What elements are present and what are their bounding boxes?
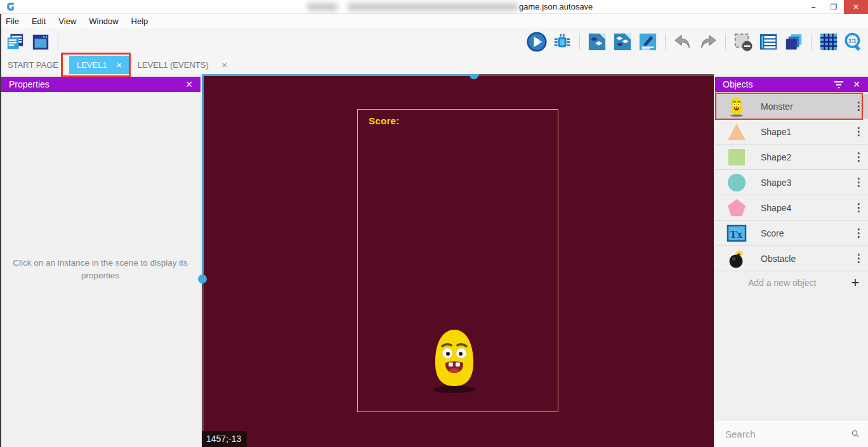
circle-icon [727, 172, 747, 193]
triangle-icon [727, 122, 747, 142]
pentagon-icon [727, 198, 747, 218]
objects-panel: Objects ✕ [714, 74, 868, 447]
preview-window-icon[interactable] [30, 32, 51, 52]
window-resize-handle-left[interactable] [198, 275, 207, 283]
properties-close-icon[interactable]: ✕ [185, 79, 193, 89]
object-label: Obstacle [761, 254, 849, 264]
tab-level1[interactable]: LEVEL1 ✕ [69, 56, 130, 74]
zoom-1-1-icon[interactable]: 1:1 [844, 32, 864, 52]
objects-list: Monster ⋮ Shape1 ⋮ Shape2 ⋮ [715, 94, 868, 294]
menu-edit[interactable]: Edit [25, 14, 52, 28]
tab-start-page[interactable]: START PAGE [0, 56, 66, 74]
project-manager-icon[interactable] [5, 32, 25, 52]
objects-panel-title: Objects [723, 79, 834, 89]
grid-icon[interactable] [819, 32, 839, 52]
cursor-coordinates: 1457;-13 [202, 431, 247, 447]
plus-icon: + [843, 275, 868, 291]
tab-bar: START PAGE LEVEL1 ✕ LEVEL1 (EVENTS) ✕ [0, 56, 868, 74]
tab-level1-events-close-icon[interactable]: ✕ [216, 56, 233, 74]
tab-level1-events[interactable]: LEVEL1 (EVENTS) [130, 56, 216, 74]
object-label: Monster [761, 101, 849, 112]
menu-view[interactable]: View [52, 14, 82, 28]
filter-icon[interactable] [834, 80, 844, 89]
scene-edge-top [479, 74, 714, 76]
tab-level1-close-icon[interactable]: ✕ [116, 61, 122, 70]
redacted-title-segment [307, 3, 338, 11]
restore-button[interactable]: ❐ [824, 0, 844, 14]
properties-panel-title: Properties [9, 79, 185, 89]
score-text-instance[interactable]: Score: [369, 115, 400, 126]
gdevelop-window: game.json.autosave – ❐ ✕ File Edit View … [0, 0, 868, 447]
layers-icon[interactable] [784, 32, 804, 52]
add-instances-icon[interactable] [612, 32, 633, 52]
object-row-shape2[interactable]: Shape2 ⋮ [715, 145, 868, 170]
objects-search-bar [715, 420, 868, 447]
object-row-score[interactable]: Tx Score ⋮ [715, 221, 868, 246]
svg-text:Tx: Tx [730, 228, 742, 240]
debug-icon[interactable] [552, 32, 572, 52]
properties-empty-message: Click on an instance in the scene to dis… [6, 257, 194, 282]
window-title: game.json.autosave [519, 2, 593, 11]
svg-text:1:1: 1:1 [848, 37, 857, 44]
game-window-border-top [202, 74, 479, 76]
search-input[interactable] [725, 429, 852, 439]
properties-panel-header: Properties ✕ [1, 77, 201, 92]
objects-close-icon[interactable]: ✕ [853, 79, 860, 89]
main-area: Properties ✕ Click on an instance in the… [0, 74, 868, 447]
add-object-icon[interactable] [587, 32, 607, 52]
window-left-border [0, 14, 1, 447]
scene-edge-left [202, 279, 204, 447]
object-label: Shape2 [761, 152, 849, 162]
window-controls: – ❐ ✕ [803, 0, 868, 14]
object-menu-icon[interactable]: ⋮ [849, 226, 868, 240]
object-label: Shape3 [761, 178, 849, 188]
objects-panel-header: Objects ✕ [715, 77, 868, 92]
delete-selection-icon[interactable] [733, 32, 753, 52]
redacted-title-segment [348, 3, 518, 11]
game-window-border-left [202, 74, 204, 279]
object-menu-icon[interactable]: ⋮ [849, 176, 868, 189]
title-bar: game.json.autosave – ❐ ✕ [0, 0, 868, 14]
menu-window[interactable]: Window [82, 14, 124, 28]
properties-panel: Properties ✕ Click on an instance in the… [0, 74, 201, 447]
redo-icon[interactable] [698, 32, 718, 52]
object-label: Shape1 [761, 127, 849, 137]
object-menu-icon[interactable]: ⋮ [849, 201, 868, 214]
monster-sprite[interactable] [430, 327, 478, 393]
undo-icon[interactable] [673, 32, 693, 52]
scene-canvas[interactable]: Score: 1457;-13 [202, 74, 714, 447]
object-label: Shape4 [761, 203, 849, 213]
toolbar: 1:1 [0, 28, 868, 56]
object-row-shape4[interactable]: Shape4 ⋮ [715, 195, 868, 221]
play-icon[interactable] [527, 32, 547, 52]
search-icon [852, 428, 859, 439]
object-row-shape3[interactable]: Shape3 ⋮ [715, 170, 868, 195]
object-row-obstacle[interactable]: Obstacle ⋮ [715, 246, 868, 271]
gdevelop-logo-icon [5, 1, 16, 13]
edit-scene-icon[interactable] [638, 32, 658, 52]
object-row-shape1[interactable]: Shape1 ⋮ [715, 119, 868, 145]
instances-list-icon[interactable] [758, 32, 779, 52]
close-button[interactable]: ✕ [844, 0, 868, 14]
object-menu-icon[interactable]: ⋮ [849, 125, 868, 138]
square-icon [727, 147, 747, 167]
object-menu-icon[interactable]: ⋮ [849, 150, 868, 164]
monster-icon [727, 96, 747, 117]
object-menu-icon[interactable]: ⋮ [849, 252, 868, 265]
object-row-monster[interactable]: Monster ⋮ [715, 94, 868, 119]
object-menu-icon[interactable]: ⋮ [849, 100, 868, 113]
text-object-icon: Tx [727, 223, 747, 243]
menu-file[interactable]: File [0, 14, 25, 28]
add-new-object-button[interactable]: Add a new object + [715, 271, 868, 294]
minimize-button[interactable]: – [803, 0, 824, 14]
bomb-icon [727, 249, 747, 269]
object-label: Score [761, 228, 849, 238]
menu-bar: File Edit View Window Help [0, 14, 868, 28]
add-new-object-label: Add a new object [748, 278, 843, 288]
menu-help[interactable]: Help [125, 14, 155, 28]
